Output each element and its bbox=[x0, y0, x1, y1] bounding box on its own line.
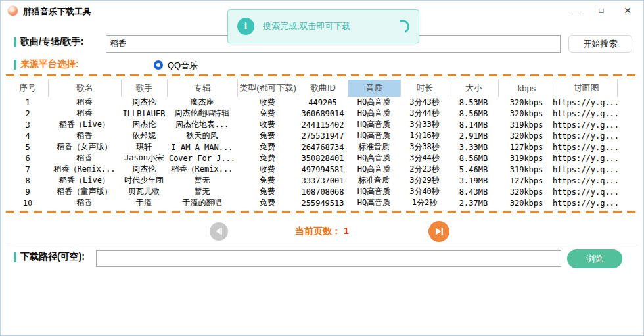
table-cell: 时代少年团 bbox=[121, 175, 167, 186]
table-cell: 4 bbox=[7, 130, 48, 141]
search-field-label: 歌曲/专辑/歌手: bbox=[14, 36, 83, 48]
column-header[interactable]: 音质 bbox=[348, 80, 400, 97]
table-cell: 依邦妮 bbox=[121, 130, 167, 141]
table-cell: 2 bbox=[7, 108, 48, 119]
table-cell: HQ高音质 bbox=[348, 130, 400, 141]
app-title: 胖猫音乐下载工具 bbox=[23, 6, 91, 18]
table-row[interactable]: 4稻香依邦妮秋天的风免费275531947HQ高音质1分16秒2.91MB320… bbox=[7, 130, 639, 141]
current-page-number: 1 bbox=[344, 226, 349, 236]
table-cell: 稻香（Live） bbox=[48, 119, 121, 130]
table-cell: 3分29秒 bbox=[400, 175, 449, 186]
table-cell: 350828401 bbox=[298, 153, 348, 164]
column-header[interactable]: 类型(都可下载) bbox=[237, 80, 298, 97]
table-cell: 3.19MB bbox=[449, 175, 498, 186]
table-cell: 3分44秒 bbox=[400, 108, 449, 119]
table-cell: 稻香 bbox=[48, 153, 121, 164]
table-row[interactable]: 3稻香（Live）周杰伦周杰伦地表...收费244115402HQ高音质3分33… bbox=[7, 119, 639, 130]
download-path-input[interactable] bbox=[96, 250, 561, 267]
table-row[interactable]: 9稻香（童声版）贝瓦儿歌暂无免费108708068HQ高音质3分40秒8.43M… bbox=[7, 186, 639, 197]
table-cell: ILLBlAUER bbox=[121, 108, 167, 119]
table-cell: https://y.g... bbox=[555, 197, 617, 208]
table-cell: 稻香（Remix... bbox=[48, 164, 121, 175]
column-header[interactable]: 歌名 bbox=[48, 80, 121, 97]
table-cell: 9 bbox=[7, 186, 48, 197]
table-cell: 8.56MB bbox=[449, 108, 498, 119]
table-cell: 免费 bbox=[237, 130, 298, 141]
table-cell: 3分44秒 bbox=[400, 153, 449, 164]
table-cell: 琪轩 bbox=[121, 141, 167, 153]
table-cell: 3分38秒 bbox=[400, 141, 449, 153]
table-cell: 免费 bbox=[237, 197, 298, 208]
table-cell: 魔杰座 bbox=[167, 97, 237, 108]
table-cell: 1 bbox=[7, 97, 48, 108]
table-cell: 周杰伦 bbox=[121, 164, 167, 175]
table-cell: 8.53MB bbox=[449, 97, 498, 108]
column-header[interactable]: 时长 bbox=[400, 80, 449, 97]
table-cell: 320kbps bbox=[498, 197, 555, 208]
table-cell: 333737001 bbox=[298, 175, 348, 186]
table-row[interactable]: 6稻香Jason小宋Cover For J...免费350828401HQ高音质… bbox=[7, 153, 639, 164]
table-cell: 贝瓦儿歌 bbox=[121, 186, 167, 197]
table-cell: 449205 bbox=[298, 97, 348, 108]
column-header[interactable]: 歌曲ID bbox=[298, 80, 348, 97]
qq-music-radio[interactable] bbox=[154, 60, 163, 70]
table-cell: HQ高音质 bbox=[348, 119, 400, 130]
table-cell: 2分23秒 bbox=[400, 164, 449, 175]
column-header[interactable]: 歌手 bbox=[121, 80, 167, 97]
column-header[interactable]: 专辑 bbox=[167, 80, 237, 97]
table-cell: 244115402 bbox=[298, 119, 348, 130]
table-cell: 264768734 bbox=[298, 141, 348, 153]
start-search-button[interactable]: 开始搜索 bbox=[568, 35, 632, 53]
close-button[interactable]: ✕ bbox=[616, 1, 639, 20]
table-cell: 319kbps bbox=[498, 119, 555, 130]
next-page-button[interactable] bbox=[428, 221, 449, 242]
table-cell: 稻香（女声版） bbox=[48, 141, 121, 153]
table-row[interactable]: 1稻香周杰伦魔杰座收费449205HQ高音质3分43秒8.53MB320kbps… bbox=[7, 97, 639, 108]
table-cell: 5 bbox=[7, 141, 48, 153]
table-row[interactable]: 2稻香ILLBlAUER周杰伦翻唱特辑免费360689014HQ高音质3分44秒… bbox=[7, 108, 639, 119]
platform-select-label: 来源平台选择: bbox=[14, 59, 79, 70]
table-cell: 255949513 bbox=[298, 197, 348, 208]
table-cell: 收费 bbox=[237, 97, 298, 108]
table-cell: 周杰伦 bbox=[121, 119, 167, 130]
table-cell: 319kbps bbox=[498, 164, 555, 175]
table-cell: 周杰伦 bbox=[121, 97, 167, 108]
table-cell: 3.33MB bbox=[449, 141, 498, 153]
table-cell: HQ高音质 bbox=[348, 153, 400, 164]
pagination: 当前页数：1 bbox=[1, 218, 643, 245]
table-cell: HQ高音质 bbox=[348, 97, 400, 108]
maximize-button[interactable]: □ bbox=[589, 1, 613, 20]
table-row[interactable]: 8稻香（Live）时代少年团暂无免费333737001标准音质3分29秒3.19… bbox=[7, 175, 639, 186]
table-cell: 8.56MB bbox=[449, 153, 498, 164]
table-cell: Cover For J... bbox=[167, 153, 237, 164]
table-cell: 8 bbox=[7, 175, 48, 186]
table-cell: 320kbps bbox=[498, 186, 555, 197]
table-cell: HQ高音质 bbox=[348, 197, 400, 208]
skip-forward-icon bbox=[432, 225, 446, 238]
column-header[interactable]: kbps bbox=[498, 80, 555, 97]
results-table: 序号歌名歌手专辑类型(都可下载)歌曲ID音质时长大小kbps封面图 1稻香周杰伦… bbox=[7, 80, 639, 208]
section-divider-bottom bbox=[6, 211, 638, 213]
browse-button[interactable]: 浏览 bbox=[567, 249, 622, 268]
table-cell: 免费 bbox=[237, 175, 298, 186]
table-row[interactable]: 10稻香于潼于潼的翻唱免费255949513HQ高音质1分2秒2.37MB320… bbox=[7, 197, 639, 208]
table-cell: Jason小宋 bbox=[121, 153, 167, 164]
table-cell: 标准音质 bbox=[348, 175, 400, 186]
column-header[interactable]: 大小 bbox=[449, 80, 498, 97]
table-cell: 8.14MB bbox=[449, 119, 498, 130]
table-cell: https://y.g... bbox=[555, 97, 617, 108]
table-cell: 暂无 bbox=[167, 175, 237, 186]
column-header[interactable]: 封面图 bbox=[555, 80, 617, 97]
table-row[interactable]: 5稻香（女声版）琪轩I AM A MAN...免费264768734标准音质3分… bbox=[7, 141, 639, 153]
table-row[interactable]: 7稻香（Remix...周杰伦稻香（Remix...收费497994581HQ高… bbox=[7, 164, 639, 175]
qq-music-radio-label[interactable]: QQ音乐 bbox=[168, 60, 198, 72]
table-header-row: 序号歌名歌手专辑类型(都可下载)歌曲ID音质时长大小kbps封面图 bbox=[7, 80, 639, 97]
minimize-button[interactable]: — bbox=[562, 1, 586, 20]
table-cell: https://y.g... bbox=[555, 108, 617, 119]
table-cell: 108708068 bbox=[298, 186, 348, 197]
table-cell: 2.37MB bbox=[449, 197, 498, 208]
table-cell: 收费 bbox=[237, 164, 298, 175]
column-header[interactable]: 序号 bbox=[7, 80, 48, 97]
table-cell: 稻香 bbox=[48, 108, 121, 119]
table-cell: 免费 bbox=[237, 141, 298, 153]
